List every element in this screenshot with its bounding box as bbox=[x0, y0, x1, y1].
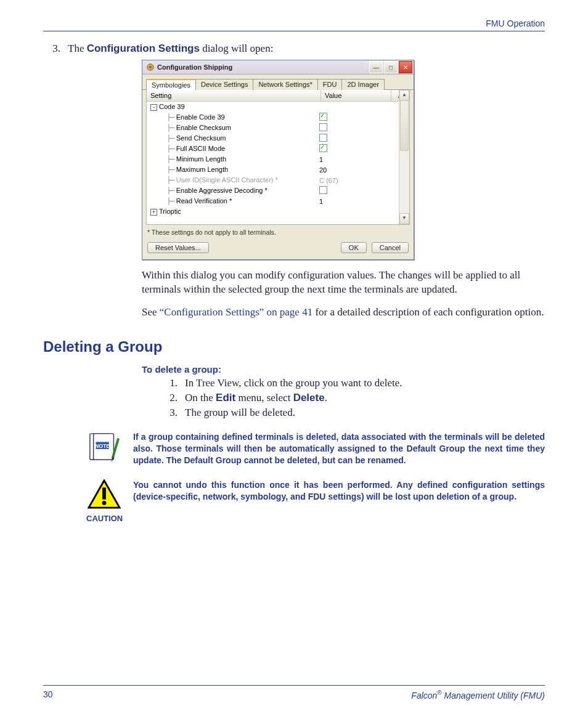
grid-row[interactable]: ├─Enable Aggressive Decoding * bbox=[147, 185, 409, 196]
svg-text:NOTE: NOTE bbox=[95, 443, 110, 449]
edit-menu-term: Edit bbox=[216, 392, 235, 404]
setting-label: Enable Aggressive Decoding * bbox=[176, 187, 267, 194]
checkbox-icon[interactable] bbox=[319, 123, 327, 131]
app-icon bbox=[146, 63, 155, 71]
tab-device-settings[interactable]: Device Settings bbox=[195, 79, 253, 90]
dialog-footnote-row: * These settings do not apply to all ter… bbox=[142, 225, 414, 242]
svg-point-1 bbox=[149, 66, 152, 68]
scroll-down-button[interactable]: ▼ bbox=[399, 213, 409, 224]
setting-label: Trioptic bbox=[159, 208, 181, 215]
setting-label: User ID(Single ASCII Character) * bbox=[176, 176, 278, 184]
minimize-button[interactable]: ― bbox=[369, 61, 383, 73]
setting-label: Enable Code 39 bbox=[176, 113, 225, 121]
step-3: 3. The Configuration Settings dialog wil… bbox=[43, 43, 545, 55]
paragraph-see-link: See “Configuration Settings” on page 41 … bbox=[142, 306, 545, 320]
grid-row[interactable]: -Code 39 bbox=[147, 102, 409, 112]
setting-value[interactable]: 1 bbox=[317, 198, 409, 205]
col-setting: Setting bbox=[147, 90, 321, 101]
page: FMU Operation 3. The Configuration Setti… bbox=[0, 0, 588, 714]
col-value: Value bbox=[321, 90, 391, 101]
setting-value[interactable]: C (67) bbox=[317, 177, 409, 184]
grid-row[interactable]: +Trioptic bbox=[147, 206, 409, 217]
setting-label: Code 39 bbox=[159, 103, 185, 110]
step-number: 3. bbox=[43, 43, 60, 55]
caution-icon: CAUTION bbox=[86, 479, 122, 523]
caution-label: CAUTION bbox=[86, 514, 122, 523]
setting-label: Enable Checksum bbox=[176, 124, 231, 131]
tab-2d-imager[interactable]: 2D Imager bbox=[341, 79, 384, 90]
ok-button[interactable]: OK bbox=[341, 242, 367, 253]
checkbox-icon[interactable] bbox=[319, 144, 327, 152]
grid-header: Setting Value ▲ bbox=[147, 90, 409, 102]
header-section: FMU Operation bbox=[43, 18, 545, 31]
grid-row[interactable]: ├─Maximum Length20 bbox=[147, 164, 409, 175]
tabstrip: Symbologies Device Settings Network Sett… bbox=[142, 75, 414, 90]
note-block: NOTE If a group containing defined termi… bbox=[86, 431, 545, 467]
page-number: 30 bbox=[43, 689, 53, 700]
config-settings-term: Configuration Settings bbox=[87, 43, 200, 54]
grid-row[interactable]: ├─User ID(Single ASCII Character) *C (67… bbox=[147, 175, 409, 185]
tab-fdu[interactable]: FDU bbox=[317, 79, 343, 90]
config-settings-link[interactable]: “Configuration Settings” on page 41 bbox=[160, 306, 312, 318]
product-name: Falcon® Management Utility (FMU) bbox=[411, 689, 545, 700]
grid-row[interactable]: ├─Minimum Length1 bbox=[147, 154, 409, 164]
caution-text: You cannot undo this function once it ha… bbox=[133, 479, 545, 523]
cancel-button[interactable]: Cancel bbox=[372, 242, 409, 253]
step-text: The Configuration Settings dialog will o… bbox=[68, 43, 545, 55]
delete-step-3: 3. The group will be deleted. bbox=[160, 407, 545, 419]
delete-step-2: 2. On the Edit menu, select Delete. bbox=[160, 392, 545, 404]
setting-label: Read Verification * bbox=[176, 197, 232, 205]
expander-icon[interactable]: - bbox=[150, 104, 157, 111]
grid-row[interactable]: ├─Enable Code 39 bbox=[147, 112, 409, 123]
scroll-thumb[interactable] bbox=[400, 100, 409, 151]
caution-block: CAUTION You cannot undo this function on… bbox=[86, 479, 545, 523]
note-text: If a group containing defined terminals … bbox=[133, 431, 545, 467]
delete-step-1: 1. In Tree View, click on the group you … bbox=[160, 377, 545, 389]
svg-rect-9 bbox=[102, 487, 106, 499]
delete-term: Delete bbox=[293, 392, 325, 404]
dialog-title: Configuration Shipping bbox=[157, 63, 368, 71]
grid-row[interactable]: ├─Enable Checksum bbox=[147, 123, 409, 133]
page-footer: 30 Falcon® Management Utility (FMU) bbox=[43, 685, 545, 700]
tab-symbologies[interactable]: Symbologies bbox=[146, 79, 196, 90]
tab-network-settings[interactable]: Network Settings* bbox=[253, 79, 317, 90]
configuration-shipping-dialog: Configuration Shipping ― □ ✕ Symbologies… bbox=[142, 60, 414, 260]
setting-value[interactable]: 1 bbox=[317, 156, 409, 163]
scroll-up-button[interactable]: ▲ bbox=[399, 90, 409, 101]
titlebar: Configuration Shipping ― □ ✕ bbox=[142, 60, 414, 75]
grid-row[interactable]: ├─Full ASCII Mode bbox=[147, 144, 409, 154]
grid-row[interactable]: ├─Read Verification *1 bbox=[147, 196, 409, 206]
checkbox-icon[interactable] bbox=[319, 134, 327, 142]
maximize-button[interactable]: □ bbox=[384, 61, 398, 73]
dialog-button-row: Reset Values... OK Cancel bbox=[142, 242, 414, 259]
checkbox-icon[interactable] bbox=[319, 186, 327, 194]
header-rule bbox=[43, 31, 545, 31]
grid-row[interactable]: ├─Send Checksum bbox=[147, 133, 409, 144]
note-icon: NOTE bbox=[86, 431, 122, 467]
setting-label: Minimum Length bbox=[176, 155, 226, 163]
dialog-footnote: * These settings do not apply to all ter… bbox=[147, 229, 409, 236]
setting-label: Send Checksum bbox=[176, 134, 226, 142]
paragraph-modify-values: Within this dialog you can modify config… bbox=[142, 269, 545, 297]
settings-grid: Setting Value ▲ -Code 39 ├─Enable Code 3… bbox=[146, 90, 410, 225]
subhead-to-delete: To delete a group: bbox=[142, 364, 545, 375]
heading-deleting-a-group: Deleting a Group bbox=[43, 338, 545, 355]
expander-icon[interactable]: + bbox=[150, 209, 157, 216]
setting-value[interactable]: 20 bbox=[317, 166, 409, 174]
checkbox-icon[interactable] bbox=[319, 113, 327, 121]
reset-values-button[interactable]: Reset Values... bbox=[147, 242, 209, 253]
dialog-screenshot: Configuration Shipping ― □ ✕ Symbologies… bbox=[142, 60, 545, 260]
setting-label: Maximum Length bbox=[176, 166, 228, 173]
scrollbar[interactable]: ▲ ▼ bbox=[399, 90, 409, 224]
svg-point-10 bbox=[102, 501, 107, 505]
setting-label: Full ASCII Mode bbox=[176, 145, 225, 152]
close-button[interactable]: ✕ bbox=[399, 61, 412, 73]
